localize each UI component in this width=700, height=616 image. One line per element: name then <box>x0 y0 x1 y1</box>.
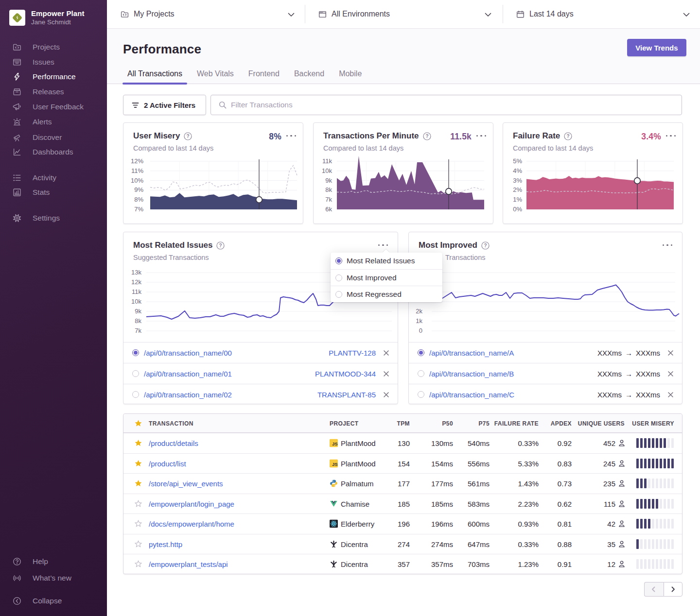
svg-text:JS: JS <box>332 441 338 446</box>
svg-text:?: ? <box>425 134 428 139</box>
svg-text:JS: JS <box>332 462 338 467</box>
svg-text:?: ? <box>484 243 487 248</box>
svg-text:?: ? <box>219 243 222 248</box>
svg-text:?: ? <box>567 134 570 139</box>
svg-text:?: ? <box>187 134 190 139</box>
